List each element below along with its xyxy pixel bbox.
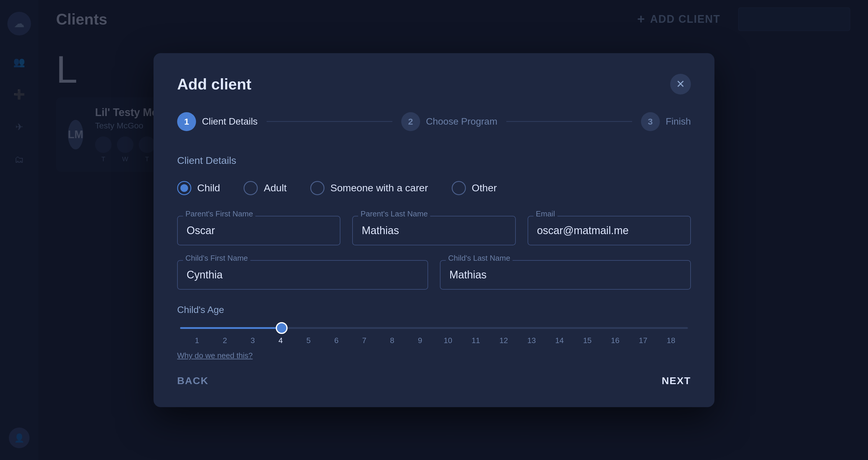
radio-child-label: Child (197, 182, 220, 194)
step-1-label: Client Details (202, 116, 258, 127)
why-link[interactable]: Why do we need this? (177, 351, 253, 360)
step-2-circle: 2 (401, 112, 420, 131)
child-last-name-field: Child's Last Name (440, 260, 691, 289)
step-line-1 (267, 121, 392, 122)
tick-10: 10 (434, 336, 462, 345)
slider-fill (180, 327, 282, 329)
radio-child-outer (177, 181, 191, 195)
step-3: 3 Finish (641, 112, 691, 131)
modal-close-button[interactable]: ✕ (670, 74, 691, 94)
tick-15: 15 (574, 336, 601, 345)
child-first-name-input[interactable] (177, 260, 428, 289)
age-slider-label: Child's Age (177, 304, 691, 315)
radio-child[interactable]: Child (177, 181, 220, 195)
modal-footer: BACK NEXT (177, 375, 691, 387)
slider-thumb[interactable] (276, 322, 287, 334)
modal-title: Add client (177, 75, 251, 93)
slider-track-wrap: 1 2 3 4 5 6 7 8 9 10 11 12 13 14 15 16 1 (177, 327, 691, 345)
tick-8: 8 (378, 336, 406, 345)
tick-16: 16 (601, 336, 629, 345)
tick-17: 17 (629, 336, 657, 345)
client-type-radio-group: Child Adult Someone with a carer Other (177, 181, 691, 195)
tick-13: 13 (518, 336, 545, 345)
radio-carer[interactable]: Someone with a carer (310, 181, 428, 195)
radio-other-label: Other (472, 182, 497, 194)
step-1: 1 Client Details (177, 112, 258, 131)
radio-adult-label: Adult (264, 182, 287, 194)
slider-ticks: 1 2 3 4 5 6 7 8 9 10 11 12 13 14 15 16 1 (180, 336, 688, 345)
tick-6: 6 (322, 336, 350, 345)
tick-3: 3 (239, 336, 267, 345)
step-2-label: Choose Program (426, 116, 497, 127)
parent-last-name-field: Parent's Last Name (352, 216, 516, 245)
tick-14: 14 (546, 336, 574, 345)
radio-other-outer (452, 181, 466, 195)
back-button[interactable]: BACK (177, 375, 209, 387)
child-first-name-field: Child's First Name (177, 260, 428, 289)
parent-first-name-input[interactable] (177, 216, 340, 245)
form-row-2: Child's First Name Child's Last Name (177, 260, 691, 289)
radio-child-inner (180, 184, 188, 192)
tick-5: 5 (294, 336, 322, 345)
tick-12: 12 (490, 336, 518, 345)
radio-carer-label: Someone with a carer (330, 182, 428, 194)
tick-9: 9 (406, 336, 434, 345)
stepper: 1 Client Details 2 Choose Program 3 Fini… (177, 112, 691, 131)
email-input[interactable] (528, 216, 691, 245)
tick-2: 2 (211, 336, 239, 345)
child-last-name-input[interactable] (440, 260, 691, 289)
step-3-label: Finish (666, 116, 691, 127)
modal-overlay: Add client ✕ 1 Client Details 2 Choose P… (0, 0, 868, 460)
radio-carer-outer (310, 181, 324, 195)
radio-other[interactable]: Other (452, 181, 497, 195)
parent-first-name-field: Parent's First Name (177, 216, 340, 245)
email-field: Email (528, 216, 691, 245)
step-1-circle: 1 (177, 112, 196, 131)
step-2: 2 Choose Program (401, 112, 497, 131)
modal-header: Add client ✕ (177, 74, 691, 94)
next-button[interactable]: NEXT (662, 375, 691, 387)
slider-track (180, 327, 688, 329)
age-slider-section: Child's Age 1 2 3 4 5 6 7 8 9 10 1 (177, 304, 691, 360)
tick-11: 11 (462, 336, 490, 345)
parent-last-name-input[interactable] (352, 216, 516, 245)
tick-4: 4 (267, 336, 294, 345)
tick-7: 7 (350, 336, 378, 345)
step-3-circle: 3 (641, 112, 660, 131)
close-icon: ✕ (676, 78, 685, 90)
step-line-2 (506, 121, 632, 122)
radio-adult-outer (244, 181, 258, 195)
radio-adult[interactable]: Adult (244, 181, 287, 195)
section-title: Client Details (177, 155, 691, 166)
modal: Add client ✕ 1 Client Details 2 Choose P… (154, 53, 714, 407)
form-row-1: Parent's First Name Parent's Last Name E… (177, 216, 691, 245)
tick-18: 18 (657, 336, 685, 345)
tick-1: 1 (183, 336, 211, 345)
